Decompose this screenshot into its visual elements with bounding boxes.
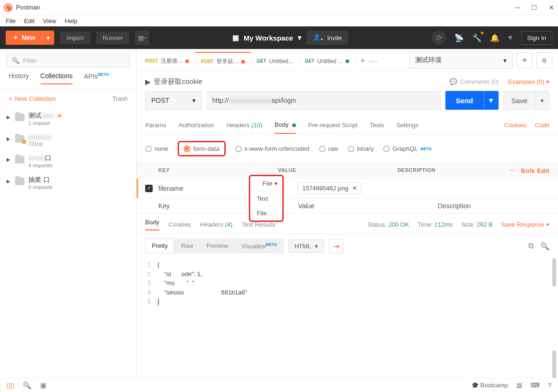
sidebar-toggle-icon[interactable]: ▯▯ bbox=[7, 381, 14, 390]
tab-settings[interactable]: Settings bbox=[396, 117, 418, 133]
viewer-raw[interactable]: Raw bbox=[174, 238, 200, 253]
method-selector[interactable]: POST▾ bbox=[145, 91, 202, 110]
viewer-visualize[interactable]: VisualizeBETA bbox=[235, 238, 284, 253]
url-input[interactable]: http://xxxxxxxxxxxxxapi/login bbox=[206, 91, 441, 110]
more-icon[interactable]: ⋯ bbox=[509, 168, 515, 174]
response-tab-headers[interactable]: Headers (4) bbox=[200, 221, 233, 228]
send-dropdown[interactable]: ▾ bbox=[484, 91, 499, 110]
expand-icon[interactable]: ▶ bbox=[7, 133, 11, 141]
request-tab[interactable]: GETUntitled ... bbox=[299, 53, 356, 69]
new-button[interactable]: New ▾ bbox=[6, 31, 54, 45]
menu-view[interactable]: View bbox=[43, 17, 56, 24]
breadcrumb[interactable]: ▶登录获取cookie bbox=[145, 77, 202, 86]
tab-params[interactable]: Params bbox=[145, 117, 166, 133]
scrollbar-thumb[interactable] bbox=[552, 351, 556, 378]
request-tab[interactable]: POST注册接... bbox=[140, 52, 195, 70]
file-value-chip[interactable]: 1574995462.png✕ bbox=[298, 182, 361, 194]
signin-button[interactable]: Sign In bbox=[521, 31, 552, 45]
body-type-graphql[interactable]: GraphQLBETA bbox=[383, 145, 432, 152]
expand-icon[interactable]: ▶ bbox=[7, 112, 11, 120]
field-type-dropdown[interactable]: File▾ Text File bbox=[249, 175, 284, 222]
tab-headers[interactable]: Headers (10) bbox=[227, 117, 263, 133]
bootcamp-link[interactable]: 🎓 Bootcamp bbox=[471, 382, 508, 389]
body-type-raw[interactable]: raw bbox=[319, 145, 338, 152]
filter-input[interactable]: 🔍 Filter bbox=[7, 54, 130, 67]
type-option-file[interactable]: File bbox=[250, 206, 282, 220]
window-maximize[interactable]: ☐ bbox=[531, 4, 537, 11]
bulk-edit-link[interactable]: Bulk Edit bbox=[521, 167, 550, 174]
tab-body[interactable]: Body bbox=[275, 116, 296, 134]
import-button[interactable]: Import bbox=[60, 32, 90, 44]
request-tab[interactable]: POST登录获... bbox=[195, 52, 251, 70]
request-tab[interactable]: GETUntitled... bbox=[251, 53, 299, 69]
response-tab-tests[interactable]: Test Results bbox=[242, 221, 275, 228]
add-tab-button[interactable]: + bbox=[360, 56, 365, 66]
invite-button[interactable]: 👤+ Invite bbox=[306, 31, 348, 45]
expand-icon[interactable]: ▶ bbox=[7, 176, 11, 184]
response-body[interactable]: 1{ 2 "st ode": 1, 3 "ms " " 4 "sessio 68… bbox=[137, 258, 558, 308]
menu-edit[interactable]: Edit bbox=[24, 17, 34, 24]
examples-link[interactable]: Examples (0)▾ bbox=[508, 78, 550, 85]
wrap-lines-button[interactable]: ⇥ bbox=[329, 239, 344, 253]
code-link[interactable]: Code bbox=[535, 122, 550, 129]
kv-row-empty[interactable]: Key Value Description bbox=[137, 198, 558, 214]
star-icon[interactable]: ★ bbox=[57, 112, 63, 119]
remove-file-icon[interactable]: ✕ bbox=[352, 185, 357, 192]
cookies-link[interactable]: Cookies bbox=[504, 122, 526, 129]
find-icon[interactable]: 🔍 bbox=[23, 381, 32, 390]
response-tab-body[interactable]: Body bbox=[145, 219, 159, 230]
tab-menu-button[interactable]: ⋯ bbox=[369, 56, 377, 66]
runner-button[interactable]: Runner bbox=[96, 32, 130, 44]
keyboard-icon[interactable]: ⌨ bbox=[531, 382, 540, 389]
tab-apis[interactable]: APIsBETA bbox=[84, 72, 109, 84]
search-response-icon[interactable]: 🔍 bbox=[540, 242, 550, 251]
satellite-icon[interactable]: 📡 bbox=[454, 33, 464, 42]
body-type-binary[interactable]: binary bbox=[348, 145, 374, 152]
sync-icon[interactable]: ⟳ bbox=[432, 31, 446, 45]
viewer-preview[interactable]: Preview bbox=[200, 238, 235, 253]
response-tab-cookies[interactable]: Cookies bbox=[169, 221, 191, 228]
comments-link[interactable]: 💬Comments (0) bbox=[450, 78, 499, 85]
tab-history[interactable]: History bbox=[8, 72, 29, 84]
wrench-icon[interactable]: 🔧 bbox=[472, 33, 482, 42]
save-button[interactable]: Save▾ bbox=[503, 91, 550, 110]
environment-selector[interactable]: 测试环境▾ bbox=[409, 52, 513, 69]
heart-icon[interactable]: ♥ bbox=[508, 33, 513, 42]
menu-file[interactable]: File bbox=[6, 17, 16, 24]
send-button[interactable]: Send▾ bbox=[445, 91, 499, 110]
body-type-xwww[interactable]: x-www-form-urlencoded bbox=[235, 145, 310, 152]
scrollbar-thumb[interactable] bbox=[552, 258, 556, 286]
viewer-pretty[interactable]: Pretty bbox=[145, 238, 174, 253]
new-collection-button[interactable]: +New Collection bbox=[8, 95, 56, 102]
save-response-button[interactable]: Save Response ▾ bbox=[501, 221, 550, 228]
menu-help[interactable]: Help bbox=[65, 17, 77, 24]
body-type-none[interactable]: none bbox=[145, 145, 168, 152]
collection-item[interactable]: ▶ 抽奖 口0 requests bbox=[0, 172, 136, 194]
bell-icon[interactable]: 🔔 bbox=[490, 33, 500, 42]
format-selector[interactable]: HTML▾ bbox=[288, 239, 324, 253]
window-close[interactable]: ✕ bbox=[549, 4, 554, 11]
tab-collections[interactable]: Collections bbox=[41, 72, 73, 84]
workspace-selector[interactable]: ▦ My Workspace ▾ bbox=[232, 33, 302, 42]
open-new-window-button[interactable]: ▤+ bbox=[135, 31, 149, 45]
collection-item[interactable]: ▶ xxxxxxx721cq bbox=[0, 130, 136, 150]
collection-item[interactable]: ▶ 测试xxxx ★1 request bbox=[0, 108, 136, 130]
tab-tests[interactable]: Tests bbox=[370, 117, 384, 133]
layout-icon[interactable]: ▥ bbox=[517, 382, 522, 389]
trash-link[interactable]: Trash bbox=[112, 95, 128, 102]
checkbox[interactable]: ✓ bbox=[145, 185, 153, 192]
save-dropdown[interactable]: ▾ bbox=[535, 91, 549, 109]
collection-item[interactable]: ▶ xxxxx口4 requests bbox=[0, 150, 136, 172]
new-dropdown[interactable]: ▾ bbox=[42, 31, 54, 45]
kv-row[interactable]: ✓ filename 1574995462.png✕ bbox=[137, 179, 558, 198]
body-type-formdata[interactable]: form-data bbox=[178, 141, 226, 156]
tab-authorization[interactable]: Authorization bbox=[179, 117, 214, 133]
type-option-text[interactable]: Text bbox=[250, 191, 282, 206]
help-icon[interactable]: ? bbox=[548, 382, 551, 389]
console-icon[interactable]: ▣ bbox=[40, 381, 47, 390]
env-preview-button[interactable]: 👁 bbox=[517, 52, 533, 68]
tab-prerequest[interactable]: Pre-request Script bbox=[308, 117, 358, 133]
settings-button[interactable]: ⚙ bbox=[536, 52, 552, 68]
expand-icon[interactable]: ▶ bbox=[7, 154, 11, 162]
window-minimize[interactable]: ─ bbox=[515, 4, 520, 11]
